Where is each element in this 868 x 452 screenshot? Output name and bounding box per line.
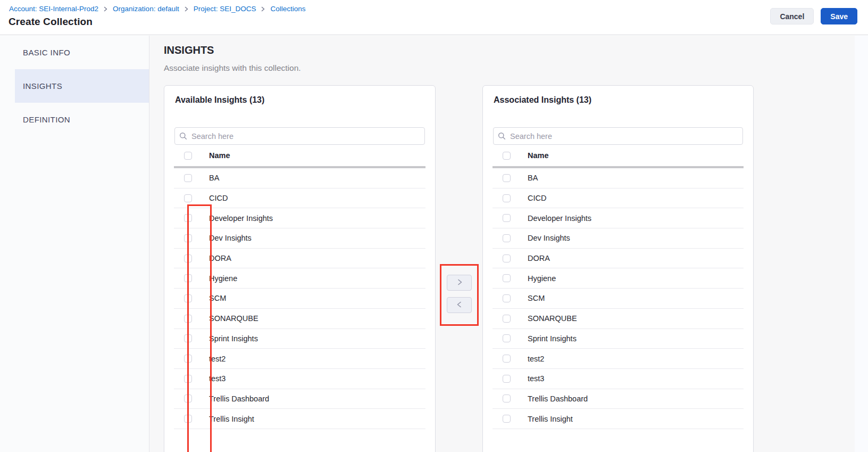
row-checkbox[interactable] xyxy=(503,194,511,202)
associated-insights-panel: Associated Insights (13) Name BACICDDeve… xyxy=(482,85,754,452)
sidebar-item-definition[interactable]: DEFINITION xyxy=(0,103,149,136)
available-search-input[interactable] xyxy=(174,127,425,145)
available-insights-panel: Available Insights (13) Name BACICDDevel… xyxy=(164,85,436,452)
breadcrumb-collections-link[interactable]: Collections xyxy=(270,5,305,13)
table-row: SCM xyxy=(493,289,744,309)
table-row: Sprint Insights xyxy=(493,329,744,349)
table-row: SCM xyxy=(174,289,425,309)
search-icon xyxy=(498,132,506,142)
chevron-right-icon xyxy=(456,278,463,287)
table-row: BA xyxy=(493,168,744,188)
row-name: Hygiene xyxy=(202,274,237,283)
row-name: SCM xyxy=(521,294,545,302)
row-name: Sprint Insights xyxy=(521,334,577,343)
row-checkbox[interactable] xyxy=(503,214,511,222)
cancel-button[interactable]: Cancel xyxy=(770,8,814,24)
breadcrumb-organization-link[interactable]: Organization: default xyxy=(113,5,179,13)
row-checkbox[interactable] xyxy=(503,415,511,423)
row-name: Trellis Insight xyxy=(202,415,254,423)
row-name: Dev Insights xyxy=(521,234,570,242)
settings-sidebar: BASIC INFO INSIGHTS DEFINITION xyxy=(0,36,149,452)
table-row: SONARQUBE xyxy=(174,309,425,329)
row-name: BA xyxy=(202,174,219,182)
table-row: SONARQUBE xyxy=(493,309,744,329)
main-content: INSIGHTS Associate insights with this co… xyxy=(149,36,868,452)
row-name: SONARQUBE xyxy=(202,314,258,323)
available-insights-rows: BACICDDeveloper InsightsDev InsightsDORA… xyxy=(174,168,425,429)
row-checkbox[interactable] xyxy=(184,274,192,282)
breadcrumb-project-link[interactable]: Project: SEI_DOCS xyxy=(194,5,256,13)
associated-insights-rows: BACICDDeveloper InsightsDev InsightsDORA… xyxy=(493,168,744,429)
table-row: Dev Insights xyxy=(493,228,744,249)
row-name: DORA xyxy=(521,254,550,262)
sidebar-item-insights[interactable]: INSIGHTS xyxy=(15,69,149,103)
available-insights-title: Available Insights (13) xyxy=(175,95,424,105)
row-checkbox[interactable] xyxy=(503,315,511,323)
row-checkbox[interactable] xyxy=(184,334,192,342)
row-name: test3 xyxy=(521,374,544,383)
row-checkbox[interactable] xyxy=(184,174,192,182)
table-row: Trellis Insight xyxy=(493,409,744,429)
select-all-checkbox[interactable] xyxy=(184,152,192,160)
row-checkbox[interactable] xyxy=(503,294,511,302)
row-checkbox[interactable] xyxy=(184,315,192,323)
table-row: Developer Insights xyxy=(174,208,425,228)
row-name: BA xyxy=(521,174,538,182)
row-checkbox[interactable] xyxy=(503,334,511,342)
table-row: test2 xyxy=(174,349,425,369)
table-row: test3 xyxy=(174,369,425,389)
row-name: Dev Insights xyxy=(202,234,252,242)
row-checkbox[interactable] xyxy=(503,174,511,182)
table-row: Sprint Insights xyxy=(174,329,425,349)
row-name: Developer Insights xyxy=(202,214,273,223)
table-row: DORA xyxy=(174,249,425,269)
row-checkbox[interactable] xyxy=(184,234,192,242)
row-checkbox[interactable] xyxy=(184,254,192,262)
row-name: Trellis Insight xyxy=(521,415,573,423)
row-name: CICD xyxy=(521,194,546,202)
row-checkbox[interactable] xyxy=(503,375,511,383)
row-checkbox[interactable] xyxy=(503,274,511,282)
search-icon xyxy=(179,132,187,142)
associated-search-input[interactable] xyxy=(493,127,743,145)
row-checkbox[interactable] xyxy=(184,294,192,302)
name-column-header: Name xyxy=(202,151,230,160)
save-button[interactable]: Save xyxy=(821,8,857,24)
row-checkbox[interactable] xyxy=(184,415,192,423)
row-checkbox[interactable] xyxy=(184,355,192,363)
table-header-row: Name xyxy=(493,145,744,166)
scrollbar-area xyxy=(855,36,868,452)
row-checkbox[interactable] xyxy=(503,234,511,242)
move-right-button[interactable] xyxy=(447,275,472,291)
row-checkbox[interactable] xyxy=(184,375,192,383)
row-checkbox[interactable] xyxy=(503,355,511,363)
row-checkbox[interactable] xyxy=(184,194,192,202)
name-column-header: Name xyxy=(521,151,549,160)
row-checkbox[interactable] xyxy=(503,254,511,262)
section-subheading: Associate insights with this collection. xyxy=(164,63,301,73)
breadcrumb-account-link[interactable]: Account: SEI-Internal-Prod2 xyxy=(9,5,98,13)
associated-insights-title: Associated Insights (13) xyxy=(494,95,742,105)
chevron-left-icon xyxy=(456,301,463,310)
chevron-right-icon xyxy=(103,6,108,12)
row-name: test2 xyxy=(521,355,544,363)
row-checkbox[interactable] xyxy=(503,395,511,402)
select-all-checkbox[interactable] xyxy=(503,152,511,160)
table-row: test3 xyxy=(493,369,744,389)
available-insights-table: Name BACICDDeveloper InsightsDev Insight… xyxy=(174,145,425,429)
row-name: test2 xyxy=(202,355,226,363)
table-row: Trellis Insight xyxy=(174,409,425,429)
table-row: Hygiene xyxy=(493,268,744,289)
row-checkbox[interactable] xyxy=(184,395,192,402)
row-name: DORA xyxy=(202,254,231,262)
row-name: Trellis Dashboard xyxy=(521,395,588,403)
page-title: Create Collection xyxy=(9,16,93,28)
row-name: test3 xyxy=(202,374,226,383)
row-name: SONARQUBE xyxy=(521,314,577,323)
header-actions: Cancel Save xyxy=(770,8,857,24)
table-row: CICD xyxy=(493,188,744,209)
table-row: DORA xyxy=(493,249,744,269)
row-checkbox[interactable] xyxy=(184,214,192,222)
move-left-button[interactable] xyxy=(447,297,472,313)
sidebar-item-basic-info[interactable]: BASIC INFO xyxy=(0,36,149,69)
